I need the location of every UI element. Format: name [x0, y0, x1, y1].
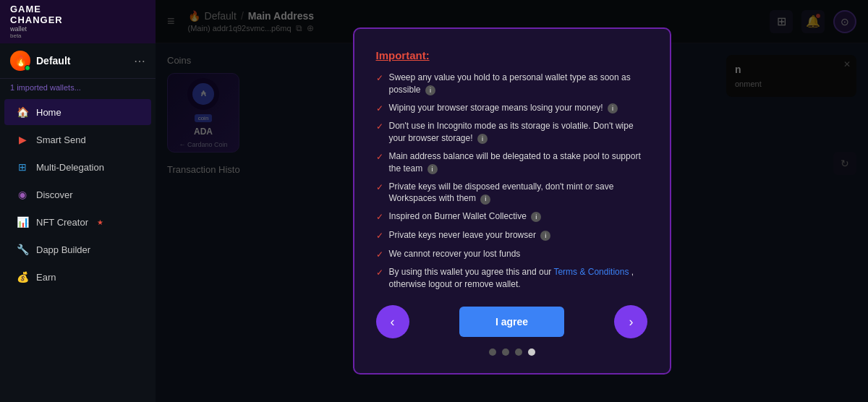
check-icon: ✓ — [376, 230, 383, 242]
info-icon[interactable]: i — [480, 194, 490, 205]
logo-beta: beta — [10, 33, 63, 39]
smart-send-icon: ▶ — [16, 133, 29, 146]
pagination-dots — [376, 348, 648, 356]
check-icon: ✓ — [376, 249, 383, 261]
dapp-builder-icon: 🔧 — [16, 243, 29, 256]
check-icon: ✓ — [376, 72, 383, 85]
modal-list: ✓ Sweep any value you hold to a personal… — [376, 72, 648, 291]
sidebar-item-earn-label: Earn — [36, 272, 56, 283]
list-item: ✓ Private keys never leave your browser … — [376, 229, 648, 242]
wallet-section: 🔥 Default ⋯ — [0, 43, 156, 79]
info-icon[interactable]: i — [608, 103, 618, 114]
imported-wallets-label[interactable]: 1 imported wallets... — [0, 79, 156, 96]
info-icon[interactable]: i — [425, 85, 435, 95]
sidebar-item-multi-delegation[interactable]: ⊞ Multi-Delegation — [4, 154, 151, 180]
logo: GAME CHANGER wallet beta — [10, 7, 97, 36]
sidebar-item-nft-creator[interactable]: 📊 NFT Creator ★ — [4, 209, 151, 235]
sidebar-item-dapp-builder-label: Dapp Builder — [36, 244, 90, 255]
dot-1[interactable] — [489, 348, 496, 356]
list-item: ✓ Inspired on Burner Wallet Collective i — [376, 210, 648, 223]
earn-icon: 💰 — [16, 270, 29, 283]
info-icon[interactable]: i — [477, 134, 488, 144]
wallet-name: Default — [36, 55, 70, 67]
info-icon[interactable]: i — [540, 231, 550, 241]
sidebar-item-dapp-builder[interactable]: 🔧 Dapp Builder — [4, 236, 151, 262]
check-icon: ✓ — [376, 211, 383, 223]
list-item: ✓ We cannot recover your lost funds — [376, 248, 648, 261]
sidebar: GAME CHANGER wallet beta 🔥 Default ⋯ 1 i… — [0, 0, 156, 402]
sidebar-item-home[interactable]: 🏠 Home — [4, 99, 151, 125]
list-item: ✓ Sweep any value you hold to a personal… — [376, 72, 648, 96]
sidebar-item-multi-delegation-label: Multi-Delegation — [36, 162, 104, 173]
sidebar-item-earn[interactable]: 💰 Earn — [4, 264, 151, 290]
list-item: ✓ Don't use in Incognito mode as its sto… — [376, 120, 648, 145]
sidebar-item-smart-send[interactable]: ▶ Smart Send — [4, 127, 151, 153]
multi-delegation-icon: ⊞ — [16, 161, 29, 174]
check-icon: ✓ — [376, 267, 383, 279]
main-content: ≡ 🔥 Default / Main Address (Main) addr1q… — [156, 0, 868, 402]
sidebar-item-nft-creator-label: NFT Creator — [36, 217, 88, 228]
home-icon: 🏠 — [16, 106, 29, 119]
agree-button[interactable]: I agree — [459, 307, 564, 337]
check-icon: ✓ — [376, 181, 383, 194]
dot-3[interactable] — [515, 348, 522, 356]
next-button[interactable]: › — [614, 305, 647, 338]
dot-2[interactable] — [502, 348, 509, 356]
logo-wallet: wallet — [10, 25, 63, 33]
modal-controls: ‹ I agree › — [376, 305, 648, 338]
list-item: ✓ By using this wallet you agree this an… — [376, 266, 648, 291]
dot-4[interactable] — [528, 348, 535, 356]
sidebar-logo: GAME CHANGER wallet beta — [0, 0, 156, 43]
sidebar-item-discover-label: Discover — [36, 189, 73, 200]
info-icon[interactable]: i — [427, 164, 438, 174]
nft-star-badge: ★ — [97, 218, 103, 226]
wallet-more-button[interactable]: ⋯ — [134, 54, 145, 68]
terms-conditions-link[interactable]: Terms & Conditions — [553, 267, 629, 277]
modal-important-label: Important: — [376, 49, 648, 61]
sidebar-item-home-label: Home — [36, 107, 61, 118]
modal-overlay: Important: ✓ Sweep any value you hold to… — [156, 0, 868, 402]
logo-text: GAME CHANGER — [10, 4, 63, 25]
sidebar-nav: 🏠 Home ▶ Smart Send ⊞ Multi-Delegation ◉… — [0, 96, 156, 293]
sidebar-item-discover[interactable]: ◉ Discover — [4, 181, 151, 208]
info-icon[interactable]: i — [531, 212, 541, 222]
previous-button[interactable]: ‹ — [376, 305, 409, 338]
list-item: ✓ Main address balance will be delegated… — [376, 150, 648, 175]
check-icon: ✓ — [376, 121, 383, 133]
list-item: ✓ Wiping your browser storage means losi… — [376, 102, 648, 115]
discover-icon: ◉ — [16, 188, 29, 201]
modal-dialog: Important: ✓ Sweep any value you hold to… — [353, 27, 671, 375]
wallet-status-dot — [25, 65, 30, 71]
wallet-icon: 🔥 — [10, 51, 30, 71]
nft-creator-icon: 📊 — [16, 215, 29, 228]
check-icon: ✓ — [376, 151, 383, 163]
check-icon: ✓ — [376, 103, 383, 115]
sidebar-item-smart-send-label: Smart Send — [36, 134, 86, 145]
list-item: ✓ Private keys will be disposed eventual… — [376, 181, 648, 205]
